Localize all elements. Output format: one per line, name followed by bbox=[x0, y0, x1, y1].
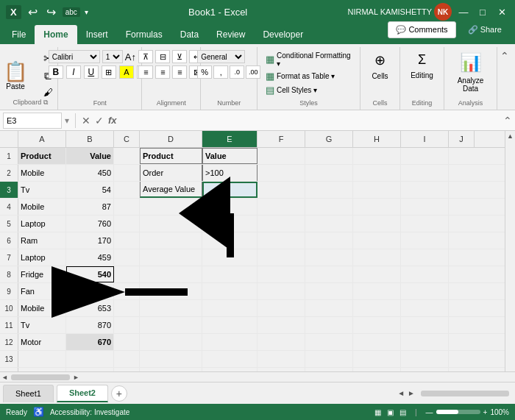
cell-e11[interactable] bbox=[202, 317, 258, 333]
cell-i14[interactable] bbox=[401, 368, 449, 371]
row-header-11[interactable]: 11 bbox=[0, 317, 18, 333]
cell-g3[interactable] bbox=[305, 182, 353, 198]
col-header-j[interactable]: J bbox=[449, 131, 475, 147]
name-box-dropdown[interactable]: ▾ bbox=[65, 115, 69, 126]
cell-c1[interactable] bbox=[114, 148, 140, 164]
cell-e13[interactable] bbox=[202, 351, 258, 367]
cell-c4[interactable] bbox=[114, 199, 140, 215]
cell-i8[interactable] bbox=[401, 266, 449, 282]
cell-i11[interactable] bbox=[401, 317, 449, 333]
conditional-formatting-button[interactable]: ▦ Conditional Formatting ▾ bbox=[263, 51, 354, 68]
cell-g6[interactable] bbox=[305, 232, 353, 249]
cell-f14[interactable] bbox=[258, 368, 305, 371]
h-scroll-bar-right[interactable] bbox=[421, 391, 509, 396]
minimize-button[interactable]: — bbox=[456, 4, 471, 19]
cell-h12[interactable] bbox=[353, 334, 401, 350]
cell-c11[interactable] bbox=[114, 317, 140, 333]
cell-b13[interactable] bbox=[66, 351, 114, 367]
tab-home[interactable]: Home bbox=[35, 25, 77, 44]
cell-f8[interactable] bbox=[258, 266, 305, 282]
cell-a2[interactable]: Mobile bbox=[18, 165, 66, 181]
row-header-12[interactable]: 12 bbox=[0, 334, 18, 350]
cell-e3[interactable] bbox=[202, 182, 258, 198]
cell-c2[interactable] bbox=[114, 165, 140, 181]
cell-e9[interactable] bbox=[202, 283, 258, 299]
font-family-select[interactable]: Calibri bbox=[49, 50, 100, 63]
cell-styles-button[interactable]: ▤ Cell Styles ▾ bbox=[263, 84, 354, 96]
cell-c10[interactable] bbox=[114, 300, 140, 316]
cell-c6[interactable] bbox=[114, 232, 140, 249]
cell-e5[interactable] bbox=[202, 216, 258, 232]
cell-a13[interactable] bbox=[18, 351, 66, 367]
cell-d7[interactable] bbox=[140, 249, 202, 266]
scroll-up-button[interactable]: ▲ bbox=[505, 131, 516, 141]
cell-f5[interactable] bbox=[258, 216, 305, 232]
cell-f11[interactable] bbox=[258, 317, 305, 333]
cell-h8[interactable] bbox=[353, 266, 401, 282]
tab-insert[interactable]: Insert bbox=[77, 25, 117, 44]
align-middle-button[interactable]: ⊟ bbox=[155, 50, 170, 63]
cell-a8[interactable]: Fridge bbox=[18, 266, 66, 282]
cell-g2[interactable] bbox=[305, 165, 353, 181]
name-box[interactable]: E3 bbox=[3, 113, 62, 129]
cell-b4[interactable]: 87 bbox=[66, 199, 114, 215]
cell-d1[interactable]: Product bbox=[140, 148, 202, 164]
align-bottom-button[interactable]: ⊻ bbox=[172, 50, 187, 63]
cell-g5[interactable] bbox=[305, 216, 353, 232]
cell-b11[interactable]: 870 bbox=[66, 317, 114, 333]
cell-i3[interactable] bbox=[401, 182, 449, 198]
cell-d11[interactable] bbox=[140, 317, 202, 333]
cell-a12[interactable]: Motor bbox=[18, 334, 66, 350]
cell-b12[interactable]: 670 bbox=[66, 334, 114, 350]
cell-d12[interactable] bbox=[140, 334, 202, 350]
formula-input[interactable] bbox=[120, 116, 500, 125]
cell-e4[interactable] bbox=[202, 199, 258, 215]
cell-b2[interactable]: 450 bbox=[66, 165, 114, 181]
cell-e6[interactable] bbox=[202, 232, 258, 249]
cell-d4[interactable] bbox=[140, 199, 202, 215]
row-header-2[interactable]: 2 bbox=[0, 165, 18, 181]
cell-d13[interactable] bbox=[140, 351, 202, 367]
cancel-icon[interactable]: ✕ bbox=[82, 115, 90, 127]
zoom-in-button[interactable]: + bbox=[483, 408, 488, 416]
cell-f1[interactable] bbox=[258, 148, 305, 164]
cell-b5[interactable]: 760 bbox=[66, 216, 114, 232]
sheet-tab-sheet1[interactable]: Sheet1 bbox=[3, 385, 54, 402]
increase-decimal-button[interactable]: .0 bbox=[230, 65, 244, 79]
col-header-d[interactable]: D bbox=[140, 131, 202, 147]
row-header-3[interactable]: 3 bbox=[0, 182, 18, 198]
cell-h2[interactable] bbox=[353, 165, 401, 181]
cell-e1[interactable]: Value bbox=[202, 148, 258, 164]
cell-b10[interactable]: 653 bbox=[66, 300, 114, 316]
cell-i4[interactable] bbox=[401, 199, 449, 215]
col-header-i[interactable]: I bbox=[401, 131, 449, 147]
cell-e7[interactable] bbox=[202, 249, 258, 266]
cell-h13[interactable] bbox=[353, 351, 401, 367]
add-sheet-button[interactable]: + bbox=[111, 385, 127, 402]
col-header-h[interactable]: H bbox=[353, 131, 401, 147]
undo-button[interactable]: ↩ bbox=[26, 5, 40, 19]
cell-c8[interactable] bbox=[114, 266, 140, 282]
cell-e12[interactable] bbox=[202, 334, 258, 350]
cell-b6[interactable]: 170 bbox=[66, 232, 114, 249]
autosum-button[interactable]: Σ bbox=[409, 50, 436, 70]
cell-a3[interactable]: Tv bbox=[18, 182, 66, 198]
view-layout-button[interactable]: ▣ bbox=[387, 408, 394, 416]
cell-f12[interactable] bbox=[258, 334, 305, 350]
sheet-tab-sheet2[interactable]: Sheet2 bbox=[57, 385, 108, 402]
cell-i10[interactable] bbox=[401, 300, 449, 316]
cell-a6[interactable]: Ram bbox=[18, 232, 66, 249]
cell-c3[interactable] bbox=[114, 182, 140, 198]
row-header-14[interactable]: 14 bbox=[0, 368, 18, 371]
cell-b14[interactable] bbox=[66, 368, 114, 371]
cell-a9[interactable]: Fan bbox=[18, 283, 66, 299]
cell-f13[interactable] bbox=[258, 351, 305, 367]
cell-c13[interactable] bbox=[114, 351, 140, 367]
cell-b1[interactable]: Value bbox=[66, 148, 114, 164]
cell-h6[interactable] bbox=[353, 232, 401, 249]
cell-g4[interactable] bbox=[305, 199, 353, 215]
cell-a7[interactable]: Laptop bbox=[18, 249, 66, 266]
cell-h1[interactable] bbox=[353, 148, 401, 164]
sheet-scroll-left[interactable]: ◄ bbox=[397, 389, 405, 397]
row-header-7[interactable]: 7 bbox=[0, 249, 18, 266]
